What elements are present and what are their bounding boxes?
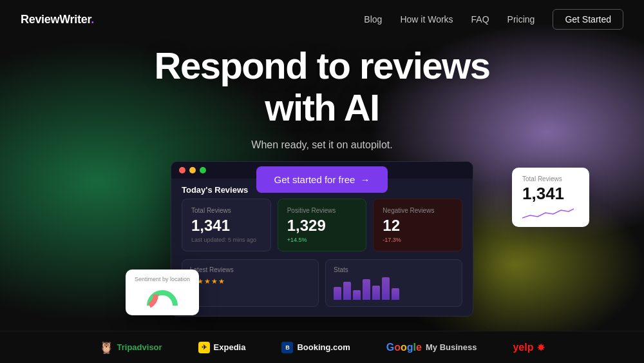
partner-expedia: ✈ Expedia xyxy=(198,342,246,353)
yelp-icon: yelp xyxy=(513,342,533,353)
stats-label: Stats xyxy=(334,266,454,273)
stats-section: Stats xyxy=(325,259,462,307)
star-rating: ★★★★★ xyxy=(190,277,310,286)
stat-negative-label: Negative Reviews xyxy=(383,207,453,214)
partner-booking: B Booking.com xyxy=(281,342,350,353)
bar-chart xyxy=(334,277,454,300)
float-sentiment-card: Sentiment by location xyxy=(126,270,199,315)
float-total-value: 1,341 xyxy=(522,184,579,204)
hero-title-line1: Respond to reviews xyxy=(155,44,490,86)
nav-pricing[interactable]: Pricing xyxy=(507,14,535,25)
latest-reviews-label: Latest Reviews xyxy=(190,266,310,273)
float-sentiment-label: Sentiment by location xyxy=(135,276,190,282)
stat-negative: Negative Reviews 12 -17.3% xyxy=(373,199,462,251)
tripadvisor-icon: 🦉 xyxy=(99,340,113,355)
bar-7 xyxy=(392,288,399,300)
bar-3 xyxy=(353,290,361,300)
partner-yelp: yelp ✸ xyxy=(513,342,545,353)
stat-positive: Positive Reviews 1,329 +14.5% xyxy=(278,199,367,251)
bar-6 xyxy=(382,277,390,300)
stat-positive-change: +14.5% xyxy=(287,237,357,243)
bar-5 xyxy=(372,286,380,300)
nav-blog[interactable]: Blog xyxy=(364,14,382,25)
partner-google: Google My Business xyxy=(386,342,477,353)
booking-label: Booking.com xyxy=(297,342,350,352)
stat-total-value: 1,341 xyxy=(191,217,261,235)
stat-positive-value: 1,329 xyxy=(287,217,357,235)
donut-chart xyxy=(135,286,190,309)
logo-text: ReviewWriter. xyxy=(21,13,94,26)
tripadvisor-label: Tripadvisor xyxy=(117,342,162,352)
stat-total-label: Total Reviews xyxy=(191,207,261,214)
partner-bar: 🦉 Tripadvisor ✈ Expedia B Booking.com Go… xyxy=(0,331,644,363)
dashboard-bottom: Latest Reviews ★★★★★ Stats xyxy=(171,259,473,316)
stat-total-sub: Last updated: 5 mins ago xyxy=(191,237,261,243)
stat-total: Total Reviews 1,341 Last updated: 5 mins… xyxy=(182,199,271,251)
nav-get-started-button[interactable]: Get Started xyxy=(553,9,623,30)
nav-links: Blog How it Works FAQ Pricing Get Starte… xyxy=(364,9,623,30)
hero-cta-label: Get started for free xyxy=(274,174,355,185)
hero-title-line2: with AI xyxy=(265,86,379,128)
bar-4 xyxy=(363,279,370,300)
stat-negative-value: 12 xyxy=(383,217,453,235)
logo-name: ReviewWriter xyxy=(21,13,91,26)
hero-arrow-icon: → xyxy=(360,174,370,185)
bar-2 xyxy=(343,282,351,300)
bar-1 xyxy=(334,287,341,300)
latest-reviews-section: Latest Reviews ★★★★★ xyxy=(182,259,319,307)
float-total-card: Total Reviews 1,341 xyxy=(512,168,589,227)
logo-dot: . xyxy=(91,13,94,26)
expedia-label: Expedia xyxy=(214,342,246,352)
hero-cta-button[interactable]: Get started for free → xyxy=(256,166,388,193)
partner-tripadvisor: 🦉 Tripadvisor xyxy=(99,340,162,355)
nav-faq[interactable]: FAQ xyxy=(471,14,489,25)
hero-title: Respond to reviews with AI xyxy=(155,45,490,129)
navigation: ReviewWriter. Blog How it Works FAQ Pric… xyxy=(0,0,644,39)
google-my-business-label: My Business xyxy=(426,342,477,352)
stats-row: Total Reviews 1,341 Last updated: 5 mins… xyxy=(171,199,473,259)
hero-subtitle: When ready, set it on autopilot. xyxy=(251,139,392,151)
float-total-label: Total Reviews xyxy=(522,175,579,182)
expedia-icon: ✈ xyxy=(198,342,210,353)
stat-negative-change: -17.3% xyxy=(383,237,453,243)
logo[interactable]: ReviewWriter. xyxy=(21,13,94,26)
mini-sparkline xyxy=(522,206,579,219)
stat-positive-label: Positive Reviews xyxy=(287,207,357,214)
nav-how-it-works[interactable]: How it Works xyxy=(400,14,453,25)
booking-icon: B xyxy=(281,342,293,353)
yelp-burst-icon: ✸ xyxy=(537,342,545,353)
google-icon: Google xyxy=(386,342,422,353)
